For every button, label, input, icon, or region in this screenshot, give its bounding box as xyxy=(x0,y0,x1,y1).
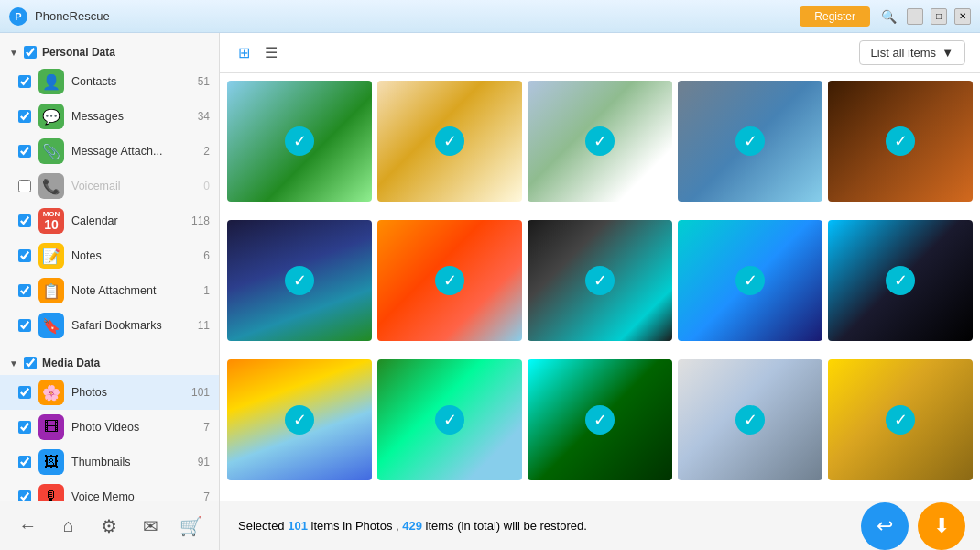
photo-checkmark: ✓ xyxy=(886,405,915,434)
grid-view-button[interactable]: ⊞ xyxy=(234,40,254,65)
sidebar-item-thumbnails[interactable]: 🖼 Thumbnails 91 xyxy=(0,445,219,479)
photo-item[interactable]: ✓ xyxy=(678,81,822,202)
sidebar-item-voice-memo[interactable]: 🎙 Voice Memo 7 xyxy=(0,479,219,500)
note-attach-label: Note Attachment xyxy=(71,284,184,297)
thumbnails-count: 91 xyxy=(191,456,210,468)
sidebar: ▼ Personal Data 👤 Contacts 51 💬 Messages… xyxy=(0,33,220,500)
photo-checkmark: ✓ xyxy=(285,126,314,156)
view-buttons: ⊞ ☰ xyxy=(234,40,281,65)
sidebar-item-voicemail[interactable]: 📞 Voicemail 0 xyxy=(0,169,219,204)
sidebar-item-safari[interactable]: 🔖 Safari Bookmarks 11 xyxy=(0,308,219,343)
sidebar-item-note-attachment[interactable]: 📋 Note Attachment 1 xyxy=(0,273,219,308)
restore-icon: ↩ xyxy=(877,514,893,538)
checkbox-voice-memo[interactable] xyxy=(18,490,31,500)
checkbox-voicemail[interactable] xyxy=(18,180,31,192)
photo-item[interactable]: ✓ xyxy=(377,359,522,480)
sidebar-item-photo-videos[interactable]: 🎞 Photo Videos 7 xyxy=(0,410,219,445)
minimize-button[interactable]: — xyxy=(907,8,923,25)
thumbnails-icon: 🖼 xyxy=(38,449,64,475)
photo-item[interactable]: ✓ xyxy=(528,359,672,480)
checkbox-messages[interactable] xyxy=(18,110,31,123)
restore-button[interactable]: ↩ xyxy=(861,502,909,550)
settings-button[interactable]: ⚙ xyxy=(91,504,128,548)
photo-item[interactable]: ✓ xyxy=(227,359,372,480)
sidebar-item-messages[interactable]: 💬 Messages 34 xyxy=(0,99,219,134)
back-icon: ← xyxy=(18,515,37,536)
checkbox-notes[interactable] xyxy=(18,249,31,262)
status-middle: items in Photos , xyxy=(308,519,402,533)
checkbox-contacts[interactable] xyxy=(18,75,31,88)
photos-count: 101 xyxy=(191,386,210,399)
message-attach-count: 2 xyxy=(191,145,210,158)
sidebar-item-notes[interactable]: 📝 Notes 6 xyxy=(0,238,219,273)
search-button[interactable]: 🔍 xyxy=(877,6,899,28)
save-button[interactable]: ⬇ xyxy=(918,502,965,550)
title-bar-left: P PhoneRescue xyxy=(9,7,110,26)
sidebar-item-message-attach[interactable]: 📎 Message Attach... 2 xyxy=(0,134,219,169)
photo-item[interactable]: ✓ xyxy=(377,220,522,341)
voice-memo-icon: 🎙 xyxy=(38,484,64,500)
checkbox-photos[interactable] xyxy=(18,386,31,399)
close-button[interactable]: ✕ xyxy=(954,8,971,25)
photo-item[interactable]: ✓ xyxy=(227,81,372,202)
photo-item[interactable]: ✓ xyxy=(678,359,822,480)
home-button[interactable]: ⌂ xyxy=(50,504,88,548)
photo-checkmark: ✓ xyxy=(435,126,464,156)
photo-item[interactable]: ✓ xyxy=(528,81,672,202)
status-suffix: items (in total) will be restored. xyxy=(422,519,587,533)
sidebar-section-personal[interactable]: ▼ Personal Data xyxy=(0,40,219,64)
photo-item[interactable]: ✓ xyxy=(377,81,522,202)
checkbox-message-attach[interactable] xyxy=(18,145,31,158)
photo-grid: ✓ ✓ ✓ ✓ ✓ ✓ ✓ xyxy=(220,73,980,500)
photo-item[interactable]: ✓ xyxy=(828,220,973,341)
list-view-button[interactable]: ☰ xyxy=(261,40,281,65)
cart-button[interactable]: 🛒 xyxy=(172,504,210,548)
bottom-nav: ← ⌂ ⚙ ✉ 🛒 xyxy=(0,501,220,550)
back-button[interactable]: ← xyxy=(9,504,47,548)
photo-checkmark: ✓ xyxy=(735,126,765,156)
photo-checkmark: ✓ xyxy=(585,405,615,434)
thumbnails-label: Thumbnails xyxy=(71,456,184,468)
photo-checkmark: ✓ xyxy=(435,266,464,295)
checkbox-photo-videos[interactable] xyxy=(18,421,31,434)
mail-button[interactable]: ✉ xyxy=(132,504,169,548)
cart-icon: 🛒 xyxy=(180,515,202,537)
search-icon: 🔍 xyxy=(881,9,897,24)
expand-arrow-personal: ▼ xyxy=(9,48,18,58)
photo-item[interactable]: ✓ xyxy=(828,359,973,480)
calendar-icon: MON 10 xyxy=(38,208,64,234)
photos-label: Photos xyxy=(71,386,184,399)
grid-view-icon: ⊞ xyxy=(238,45,250,60)
note-attach-count: 1 xyxy=(191,284,210,297)
action-buttons: ↩ ⬇ xyxy=(846,502,980,550)
maximize-button[interactable]: □ xyxy=(931,8,947,25)
status-total-count: 429 xyxy=(402,519,422,533)
photo-item[interactable]: ✓ xyxy=(828,81,973,202)
checkbox-media-data[interactable] xyxy=(24,357,37,369)
photo-item[interactable]: ✓ xyxy=(678,220,822,341)
message-attach-icon: 📎 xyxy=(38,138,64,164)
mail-icon: ✉ xyxy=(143,515,158,537)
voicemail-count: 0 xyxy=(191,180,210,192)
photo-checkmark: ✓ xyxy=(735,405,765,434)
checkbox-calendar[interactable] xyxy=(18,214,31,227)
sidebar-item-contacts[interactable]: 👤 Contacts 51 xyxy=(0,64,219,99)
checkbox-thumbnails[interactable] xyxy=(18,456,31,468)
bottom-bar: ← ⌂ ⚙ ✉ 🛒 Selected 101 items in Photos ,… xyxy=(0,500,980,550)
sidebar-item-photos[interactable]: 🌸 Photos 101 xyxy=(0,375,219,410)
voicemail-label: Voicemail xyxy=(71,180,184,192)
messages-icon: 💬 xyxy=(38,104,64,129)
checkbox-personal-data[interactable] xyxy=(24,46,37,59)
photo-item[interactable]: ✓ xyxy=(227,220,372,341)
sidebar-section-media[interactable]: ▼ Media Data xyxy=(0,351,219,375)
sidebar-item-calendar[interactable]: MON 10 Calendar 118 xyxy=(0,204,219,238)
checkbox-note-attach[interactable] xyxy=(18,284,31,297)
save-icon: ⬇ xyxy=(933,514,950,538)
title-bar: P PhoneRescue Register 🔍 — □ ✕ xyxy=(0,0,980,33)
checkbox-safari[interactable] xyxy=(18,319,31,332)
photo-videos-count: 7 xyxy=(191,421,210,434)
list-all-button[interactable]: List all items ▼ xyxy=(859,40,965,65)
photo-item[interactable]: ✓ xyxy=(528,220,672,341)
calendar-label: Calendar xyxy=(71,214,184,227)
register-button[interactable]: Register xyxy=(800,6,870,27)
